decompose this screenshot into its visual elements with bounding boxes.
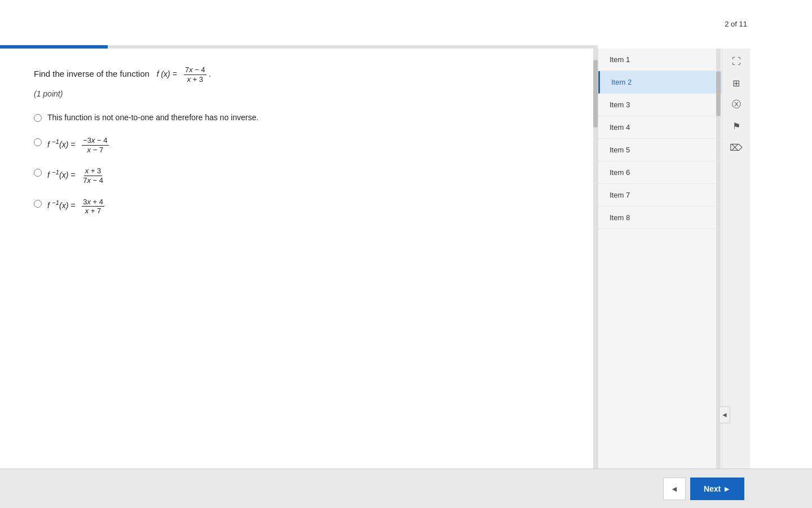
- answer4-prefix: f −1(x) =: [47, 201, 77, 210]
- next-button[interactable]: Next ►: [690, 478, 744, 500]
- answer3-den: 7x − 4: [82, 176, 104, 185]
- answer2-den: x − 7: [86, 146, 105, 155]
- function-fraction-num: 7x − 4: [184, 65, 206, 75]
- question-text: Find the inverse of the function f (x) =…: [34, 65, 564, 84]
- circle-icon[interactable]: ⓧ: [726, 94, 747, 115]
- prev-button[interactable]: ◄: [663, 478, 686, 500]
- answer-radio-4[interactable]: [34, 200, 42, 208]
- answer4-fraction: 3x + 4 x + 7: [82, 198, 104, 216]
- answer-option-2[interactable]: f −1(x) = −3x − 4 x − 7: [34, 136, 564, 154]
- function-fraction-den: x + 3: [186, 75, 205, 84]
- sidebar-item-7[interactable]: Item 7: [598, 184, 722, 207]
- question-prefix: Find the inverse of the function: [34, 69, 149, 78]
- collapse-button[interactable]: ◄: [719, 406, 730, 423]
- answer2-fraction: −3x − 4 x − 7: [82, 136, 108, 154]
- main-content: Find the inverse of the function f (x) =…: [0, 49, 598, 468]
- answer-radio-1[interactable]: [34, 114, 42, 122]
- sidebar-item-6[interactable]: Item 6: [598, 161, 722, 184]
- sidebar-item-1[interactable]: Item 1: [598, 49, 722, 71]
- sidebar-item-4[interactable]: Item 4: [598, 116, 722, 139]
- tools-panel: ⛶⊞ⓧ⚑⌦: [722, 49, 750, 468]
- answer-radio-2[interactable]: [34, 138, 42, 146]
- page-counter: 2 of 11: [725, 20, 747, 28]
- flag-icon[interactable]: ⚑: [726, 116, 747, 136]
- answer-label-1[interactable]: This function is not one-to-one and ther…: [47, 112, 258, 124]
- function-notation: f (x) =: [157, 69, 179, 78]
- answer-label-2[interactable]: f −1(x) = −3x − 4 x − 7: [47, 136, 109, 154]
- answer-option-4[interactable]: f −1(x) = 3x + 4 x + 7: [34, 198, 564, 216]
- answer-label-3[interactable]: f −1(x) = x + 3 7x − 4: [47, 167, 104, 185]
- sidebar-scrollbar-thumb[interactable]: [716, 71, 721, 116]
- sidebar-scrollbar[interactable]: [716, 49, 721, 468]
- answer3-prefix: f −1(x) =: [47, 170, 77, 179]
- answer3-fraction: x + 3 7x − 4: [82, 167, 104, 185]
- answer4-num: 3x + 4: [82, 198, 104, 207]
- answer-label-4[interactable]: f −1(x) = 3x + 4 x + 7: [47, 198, 104, 216]
- answer2-num: −3x − 4: [82, 136, 108, 146]
- bottom-bar: ◄ Next ►: [0, 468, 812, 508]
- sidebar-item-8[interactable]: Item 8: [598, 207, 722, 229]
- sidebar-item-3[interactable]: Item 3: [598, 94, 722, 116]
- answer4-den: x + 7: [84, 207, 103, 216]
- answer-option-3[interactable]: f −1(x) = x + 3 7x − 4: [34, 167, 564, 185]
- sidebar: Item 1Item 2Item 3Item 4Item 5Item 6Item…: [598, 49, 722, 468]
- answer-option-1[interactable]: This function is not one-to-one and ther…: [34, 112, 564, 124]
- question-points: (1 point): [34, 89, 564, 98]
- answer-radio-3[interactable]: [34, 169, 42, 177]
- answer2-prefix: f −1(x) =: [47, 140, 77, 149]
- eraser-icon[interactable]: ⌦: [726, 137, 747, 157]
- sidebar-item-5[interactable]: Item 5: [598, 139, 722, 161]
- grid-icon[interactable]: ⊞: [726, 73, 747, 93]
- function-fraction: 7x − 4 x + 3: [184, 65, 206, 84]
- expand-icon[interactable]: ⛶: [726, 51, 747, 72]
- sidebar-item-2[interactable]: Item 2: [598, 71, 722, 94]
- answer3-num: x + 3: [84, 167, 103, 176]
